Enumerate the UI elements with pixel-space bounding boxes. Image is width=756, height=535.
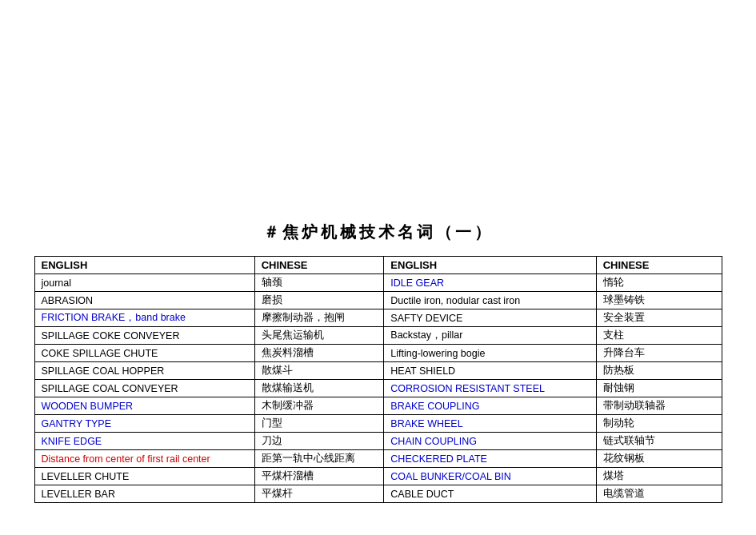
cell-english2: CORROSION RESISTANT STEEL	[384, 380, 596, 397]
cell-english2: BRAKE COUPLING	[384, 397, 596, 415]
cell-chinese1: 散煤斗	[254, 362, 384, 380]
cell-chinese1: 焦炭料溜槽	[254, 345, 384, 362]
table-row: KNIFE EDGE刀边CHAIN COUPLING链式联轴节	[34, 433, 722, 450]
header-english1: ENGLISH	[34, 257, 254, 274]
cell-chinese2: 球墨铸铁	[596, 292, 722, 309]
table-row: journal轴颈IDLE GEAR惰轮	[34, 274, 722, 292]
table-row: SPILLAGE COKE CONVEYER头尾焦运输机Backstay，pil…	[34, 327, 722, 345]
cell-chinese1: 散煤输送机	[254, 380, 384, 397]
cell-english2: BRAKE WHEEL	[384, 415, 596, 433]
cell-chinese2: 带制动联轴器	[596, 397, 722, 415]
cell-chinese2: 制动轮	[596, 415, 722, 433]
table-row: COKE SPILLAGE CHUTE焦炭料溜槽Lifting-lowering…	[34, 345, 722, 362]
cell-chinese2: 电缆管道	[596, 485, 722, 503]
cell-english1: FRICTION BRAKE，band brake	[34, 309, 254, 327]
page-title: ＃焦炉机械技术名词（一）	[263, 222, 494, 243]
cell-english2: Ductile iron, nodular cast iron	[384, 292, 596, 309]
cell-chinese1: 门型	[254, 415, 384, 433]
cell-chinese2: 支柱	[596, 327, 722, 345]
cell-english1: GANTRY TYPE	[34, 415, 254, 433]
page-container: ＃焦炉机械技术名词（一） ENGLISH CHINESE ENGLISH CHI…	[0, 0, 756, 535]
cell-english1: SPILLAGE COAL CONVEYER	[34, 380, 254, 397]
table-row: SPILLAGE COAL CONVEYER散煤输送机CORROSION RES…	[34, 380, 722, 397]
cell-english2: HEAT SHIELD	[384, 362, 596, 380]
table-row: SPILLAGE COAL HOPPER散煤斗HEAT SHIELD防热板	[34, 362, 722, 380]
header-chinese1: CHINESE	[254, 257, 384, 274]
table-row: WOODEN BUMPER木制缓冲器BRAKE COUPLING带制动联轴器	[34, 397, 722, 415]
cell-english1: COKE SPILLAGE CHUTE	[34, 345, 254, 362]
cell-english1: SPILLAGE COAL HOPPER	[34, 362, 254, 380]
cell-english2: Lifting-lowering bogie	[384, 345, 596, 362]
table-row: LEVELLER CHUTE平煤杆溜槽COAL BUNKER/COAL BIN煤…	[34, 468, 722, 485]
cell-english2: COAL BUNKER/COAL BIN	[384, 468, 596, 485]
cell-english2: SAFTY DEVICE	[384, 309, 596, 327]
cell-english1: LEVELLER BAR	[34, 485, 254, 503]
table-row: ABRASION磨损Ductile iron, nodular cast iro…	[34, 292, 722, 309]
cell-chinese1: 刀边	[254, 433, 384, 450]
cell-chinese2: 链式联轴节	[596, 433, 722, 450]
cell-chinese2: 花纹钢板	[596, 450, 722, 468]
cell-english1: KNIFE EDGE	[34, 433, 254, 450]
cell-english2: CABLE DUCT	[384, 485, 596, 503]
cell-english1: WOODEN BUMPER	[34, 397, 254, 415]
cell-chinese1: 头尾焦运输机	[254, 327, 384, 345]
cell-english2: CHECKERED PLATE	[384, 450, 596, 468]
cell-english1: ABRASION	[34, 292, 254, 309]
table-row: LEVELLER BAR平煤杆CABLE DUCT电缆管道	[34, 485, 722, 503]
cell-chinese1: 摩擦制动器，抱闸	[254, 309, 384, 327]
header-chinese2: CHINESE	[596, 257, 722, 274]
cell-chinese1: 平煤杆	[254, 485, 384, 503]
cell-english1: LEVELLER CHUTE	[34, 468, 254, 485]
table-row: Distance from center of first rail cente…	[34, 450, 722, 468]
table-row: FRICTION BRAKE，band brake摩擦制动器，抱闸SAFTY D…	[34, 309, 722, 327]
cell-chinese2: 耐蚀钢	[596, 380, 722, 397]
cell-english2: CHAIN COUPLING	[384, 433, 596, 450]
cell-english2: IDLE GEAR	[384, 274, 596, 292]
table-row: GANTRY TYPE门型BRAKE WHEEL制动轮	[34, 415, 722, 433]
cell-english1: Distance from center of first rail cente…	[34, 450, 254, 468]
cell-chinese1: 距第一轨中心线距离	[254, 450, 384, 468]
cell-chinese1: 轴颈	[254, 274, 384, 292]
cell-chinese2: 惰轮	[596, 274, 722, 292]
cell-english2: Backstay，pillar	[384, 327, 596, 345]
cell-chinese2: 防热板	[596, 362, 722, 380]
cell-chinese2: 升降台车	[596, 345, 722, 362]
cell-chinese2: 煤塔	[596, 468, 722, 485]
cell-english1: journal	[34, 274, 254, 292]
cell-english1: SPILLAGE COKE CONVEYER	[34, 327, 254, 345]
header-english2: ENGLISH	[384, 257, 596, 274]
cell-chinese1: 磨损	[254, 292, 384, 309]
cell-chinese1: 平煤杆溜槽	[254, 468, 384, 485]
cell-chinese2: 安全装置	[596, 309, 722, 327]
cell-chinese1: 木制缓冲器	[254, 397, 384, 415]
main-table: ENGLISH CHINESE ENGLISH CHINESE journal轴…	[34, 256, 722, 503]
